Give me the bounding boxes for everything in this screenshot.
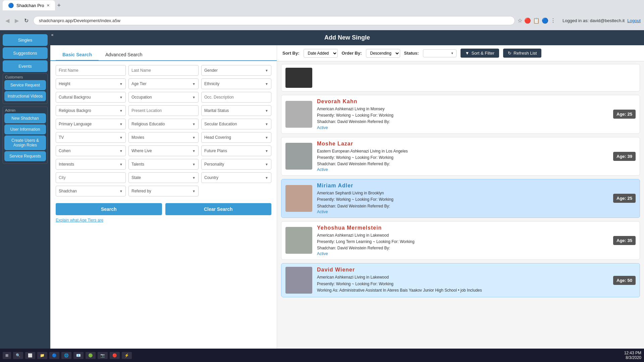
filter-shadchan[interactable]: Shadchan ▼	[56, 186, 126, 196]
taskbar-file-explorer[interactable]: 📁	[37, 352, 47, 359]
filter-height[interactable]: Height ▼	[56, 78, 126, 89]
filter-city[interactable]	[56, 172, 126, 183]
sidebar-item-new-shadchan[interactable]: New Shadchan	[4, 113, 46, 123]
filter-last-name[interactable]	[128, 65, 199, 76]
filter-where-live[interactable]: Where Live ▼	[128, 145, 199, 156]
filter-personality[interactable]: Personality ▼	[201, 159, 271, 170]
filter-primary-language[interactable]: Primary Language ▼	[56, 119, 126, 129]
head-covering-chevron-icon: ▼	[265, 136, 268, 139]
forward-button[interactable]: ▶	[13, 16, 21, 25]
refresh-list-button[interactable]: ↻ Refresh List	[503, 49, 541, 58]
address-bar[interactable]: shadchanpro.app/Development/index.a5w	[33, 16, 515, 25]
filter-gender[interactable]: Gender ▼	[201, 65, 271, 76]
filter-cohen[interactable]: Cohen ▼	[56, 145, 126, 156]
last-name-input[interactable]	[131, 68, 196, 73]
result-card-0[interactable]: Devorah Kahn American Ashkenazi Living i…	[281, 95, 640, 134]
search-button[interactable]: Search	[56, 203, 162, 215]
sidebar-item-service-request[interactable]: Service Request	[4, 80, 46, 90]
filter-grid: Gender ▼ Height ▼ Age Tier ▼ Ethnicity	[50, 61, 277, 200]
filter-referred-by[interactable]: Refered by ▼	[128, 186, 199, 196]
filter-state[interactable]: State ▼	[128, 172, 199, 183]
taskbar-chrome[interactable]: 🔵	[49, 352, 59, 359]
tab-basic-search[interactable]: Basic Search	[56, 49, 99, 61]
result-name-2: Miriam Adler	[317, 183, 608, 189]
sidebar-item-user-information[interactable]: User Information	[4, 124, 46, 134]
status-select[interactable]	[423, 49, 457, 57]
filter-interests[interactable]: Interests ▼	[56, 159, 126, 170]
browser-tab[interactable]: 🔵 Shadchan Pro ✕	[3, 0, 55, 10]
filter-religious-background[interactable]: Religious Backgro ▼	[56, 105, 126, 116]
result-card-4[interactable]: David Wiener American Ashkenazi Living i…	[281, 263, 640, 297]
extension-icon1[interactable]: 🔴	[524, 17, 531, 24]
filter-occ-description[interactable]	[201, 92, 271, 103]
search-panel: Basic Search Advanced Search Gender ▼	[50, 45, 277, 362]
main-content: Add New Single Basic Search Advanced Sea…	[50, 30, 644, 362]
result-info-2: Miriam Adler American Sephardi Living in…	[317, 183, 608, 214]
filter-movies[interactable]: Movies ▼	[128, 132, 199, 143]
sidebar-item-singles[interactable]: Singles	[3, 34, 48, 46]
filter-country[interactable]: Country ▼	[201, 172, 271, 183]
result-status-2: Active	[317, 209, 608, 214]
sort-by-select[interactable]: Date Added	[304, 49, 338, 58]
result-detail2-2: Presently: Working ~ Looking For: Workin…	[317, 196, 608, 203]
filter-first-name[interactable]	[56, 65, 126, 76]
result-card-1[interactable]: Moshe Lazar Eastern European Ashkenazi L…	[281, 137, 640, 176]
tab-advanced-search[interactable]: Advanced Search	[99, 49, 149, 61]
clear-search-button[interactable]: Clear Search	[165, 203, 272, 215]
taskbar-app2[interactable]: 📷	[98, 352, 108, 359]
present-location-input[interactable]	[131, 108, 196, 113]
filter-secular-education[interactable]: Secular Education ▼	[201, 119, 271, 129]
bookmark-icon[interactable]: ☆	[518, 17, 522, 24]
filter-cultural-background[interactable]: Cultural Backgrou ▼	[56, 92, 126, 103]
refresh-browser-button[interactable]: ↻	[22, 16, 31, 25]
logout-link[interactable]: Logout	[627, 18, 641, 23]
result-age-3: Age: 35	[613, 236, 636, 245]
filter-present-location[interactable]	[128, 105, 199, 116]
filter-occupation[interactable]: Occupation ▼	[128, 92, 199, 103]
city-input[interactable]	[59, 175, 123, 180]
filter-future-plans[interactable]: Future Plans ▼	[201, 145, 271, 156]
taskbar-start[interactable]: ⊞	[3, 352, 11, 359]
result-card-2[interactable]: Miriam Adler American Sephardi Living in…	[281, 179, 640, 218]
taskbar-taskview[interactable]: ⬜	[25, 352, 35, 359]
search-actions: Search Clear Search	[50, 200, 277, 217]
sidebar-toggle-button[interactable]: «	[49, 32, 56, 38]
extension-icon2[interactable]: 📋	[533, 17, 540, 24]
sidebar-item-instructional-videos[interactable]: Instructional Videos	[4, 91, 46, 101]
tab-close-icon[interactable]: ✕	[47, 3, 50, 8]
menu-icon[interactable]: ⋮	[550, 17, 556, 24]
order-by-select[interactable]: Descending	[366, 49, 400, 58]
filter-age-tier[interactable]: Age Tier ▼	[128, 78, 199, 89]
cultural-bg-label: Cultural Backgrou	[59, 95, 119, 100]
occ-description-input[interactable]	[204, 95, 268, 100]
height-label: Height	[59, 81, 119, 86]
explain-age-tiers-link[interactable]: Explain what Age Tiers are	[50, 217, 277, 227]
filter-tv[interactable]: TV ▼	[56, 132, 126, 143]
sidebar-item-events[interactable]: Events	[3, 60, 48, 72]
gender-chevron-icon: ▼	[265, 69, 268, 72]
filter-ethnicity[interactable]: Ethnicity ▼	[201, 78, 271, 89]
result-card-partial[interactable]	[281, 64, 640, 92]
taskbar-outlook[interactable]: 📧	[73, 352, 84, 359]
first-name-input[interactable]	[59, 68, 123, 73]
sidebar-item-suggestions[interactable]: Suggestions	[3, 47, 48, 59]
result-photo-partial	[285, 68, 312, 88]
taskbar-edge[interactable]: 🌐	[61, 352, 71, 359]
taskbar-app4[interactable]: ⚡	[122, 352, 132, 359]
filter-talents[interactable]: Talents ▼	[128, 159, 199, 170]
filter-religious-education[interactable]: Religious Educatio ▼	[128, 119, 199, 129]
sort-filter-button[interactable]: ▼ Sort & Filter	[461, 49, 499, 58]
extension-icon3[interactable]: 🔵	[542, 17, 548, 24]
filter-marital-status[interactable]: Marital Status ▼	[201, 105, 271, 116]
sidebar-item-create-users[interactable]: Create Users & Assign Roles	[4, 135, 46, 150]
filter-head-covering[interactable]: Head Covering ▼	[201, 132, 271, 143]
back-button[interactable]: ◀	[3, 16, 11, 25]
result-card-3[interactable]: Yehoshua Mermelstein American Ashkenazi …	[281, 221, 640, 260]
taskbar-app1[interactable]: 🟢	[86, 352, 96, 359]
taskbar-app3[interactable]: 🔴	[110, 352, 120, 359]
sidebar-item-service-requests[interactable]: Service Requests	[4, 151, 46, 161]
new-tab-button[interactable]: +	[55, 2, 63, 9]
religious-edu-chevron-icon: ▼	[192, 122, 196, 126]
shadchan-chevron-icon: ▼	[119, 189, 123, 193]
taskbar-search[interactable]: 🔍	[13, 352, 23, 359]
